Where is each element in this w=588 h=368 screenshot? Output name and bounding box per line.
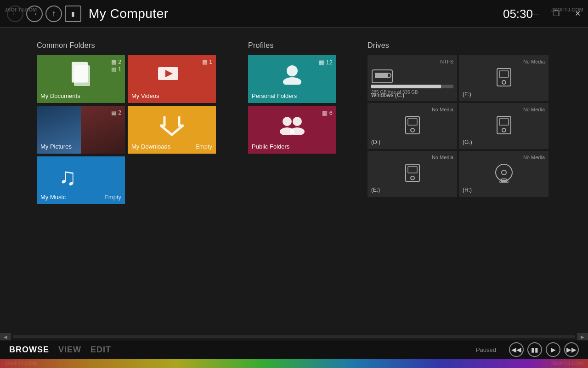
window-controls: — ❐ ✕ (525, 0, 588, 27)
drive-h-icon (493, 162, 514, 185)
drive-h[interactable]: No Media (H:) (459, 151, 548, 197)
tile-my-videos[interactable]: ▦1 My Videos (128, 55, 216, 103)
toolbar: BROWSE VIEW EDIT Paused ◀◀ ▮▮ ▶ ▶▶ (0, 340, 588, 359)
svg-rect-14 (499, 71, 509, 77)
svg-rect-17 (408, 119, 417, 125)
drives-section: Drives NTFS 285 GB free of 335 G (368, 41, 551, 204)
svg-point-24 (411, 176, 414, 180)
personal-label: Personal Folders (252, 92, 297, 99)
player-controls: ◀◀ ▮▮ ▶ ▶▶ (509, 342, 579, 357)
drive-g[interactable]: No Media (G:) (459, 103, 548, 149)
public-count: ▦6 (322, 109, 333, 116)
pictures-count: ▦2 (111, 109, 121, 116)
paused-label: Paused (476, 346, 496, 353)
drive-g-label: (G:) (463, 139, 472, 145)
documents-icon (69, 62, 92, 89)
svg-point-8 (293, 117, 302, 126)
player-pause[interactable]: ▮▮ (527, 342, 542, 357)
toolbar-view[interactable]: VIEW (58, 345, 81, 355)
folder-button[interactable]: ▮ (65, 6, 81, 22)
svg-point-21 (502, 128, 506, 132)
svg-rect-11 (375, 73, 388, 78)
drive-d-icon (403, 115, 422, 137)
pictures-label: My Pictures (40, 143, 72, 150)
drives-grid: NTFS 285 GB free of 335 GB Windows (C:) (368, 55, 551, 197)
drive-d-status: No Media (432, 107, 453, 112)
toolbar-browse[interactable]: BROWSE (9, 345, 49, 355)
svg-point-25 (496, 164, 512, 181)
bottom-gradient-bar (0, 359, 588, 368)
profiles-section: Profiles ▦12 Personal Folders (248, 41, 340, 204)
drive-g-status: No Media (523, 107, 545, 112)
hdd-icon-area (371, 68, 393, 85)
drive-d-label: (D:) (371, 139, 380, 145)
drive-h-status: No Media (523, 155, 545, 160)
toolbar-edit[interactable]: EDIT (90, 345, 111, 355)
documents-count: ▦2 ▦1 (111, 59, 121, 73)
svg-rect-20 (499, 119, 509, 125)
drive-f-status: No Media (523, 59, 545, 64)
toolbar-nav: BROWSE VIEW EDIT (9, 345, 111, 355)
personal-count: ▦12 (319, 59, 333, 66)
close-button[interactable]: ✕ (567, 0, 588, 27)
scrollbar: ◀ ▶ (0, 333, 588, 340)
svg-rect-1 (74, 65, 90, 86)
personal-icon (280, 64, 304, 86)
drive-c[interactable]: NTFS 285 GB free of 335 GB Windows (C:) (368, 55, 457, 101)
titlebar: JSOFTJ.COM ← → ↑ ▮ My Computer 05:30 — ❐… (0, 0, 588, 28)
videos-icon (157, 65, 179, 86)
folders-grid: ▦2 ▦1 My Documents (37, 55, 220, 204)
music-icon: ♫ (59, 163, 77, 190)
drive-c-progress (371, 85, 453, 88)
back-button[interactable]: ← (7, 6, 23, 22)
svg-point-18 (411, 128, 414, 132)
drive-c-status: NTFS (440, 59, 453, 64)
player-play[interactable]: ▶ (546, 342, 560, 357)
minimize-button[interactable]: — (525, 0, 546, 27)
tile-my-music[interactable]: ♫ Empty My Music (37, 156, 125, 204)
public-icon (278, 115, 306, 137)
videos-count: ▦1 (202, 59, 212, 65)
profiles-label: Profiles (248, 41, 340, 50)
player-skip-back[interactable]: ◀◀ (509, 342, 524, 357)
drive-c-label: Windows (C:) (371, 92, 404, 98)
common-folders-label: Common Folders (37, 41, 220, 50)
main-content: Common Folders ▦2 (0, 28, 588, 218)
svg-point-6 (283, 117, 292, 126)
scroll-track[interactable] (13, 335, 575, 338)
player-skip-forward[interactable]: ▶▶ (564, 342, 579, 357)
downloads-label: My Downloads (131, 143, 170, 150)
tile-my-downloads[interactable]: Empty My Downloads (128, 106, 216, 154)
tile-personal-folders[interactable]: ▦12 Personal Folders (248, 55, 336, 103)
drive-f[interactable]: No Media (F:) (459, 55, 548, 101)
svg-point-5 (283, 77, 301, 85)
svg-point-15 (502, 80, 506, 84)
drive-g-icon (494, 115, 514, 137)
up-button[interactable]: ↑ (45, 6, 62, 22)
public-label: Public Folders (252, 143, 289, 150)
svg-point-4 (287, 65, 298, 76)
scroll-left[interactable]: ◀ (0, 333, 11, 340)
drives-label: Drives (368, 41, 551, 50)
downloads-icon (160, 115, 184, 138)
music-label: My Music (40, 194, 66, 201)
page-title: My Computer (89, 6, 169, 21)
documents-label: My Documents (40, 92, 80, 99)
drive-e-status: No Media (432, 155, 453, 160)
scroll-right[interactable]: ▶ (577, 333, 588, 340)
drive-f-icon (494, 68, 514, 89)
drive-e-icon (403, 163, 422, 184)
drive-h-label: (H:) (463, 187, 472, 193)
drive-e-label: (E:) (371, 187, 380, 193)
videos-label: My Videos (131, 92, 159, 99)
drive-d[interactable]: No Media (D:) (368, 103, 457, 149)
tile-my-pictures[interactable]: ▦2 My Pictures (37, 106, 125, 154)
maximize-button[interactable]: ❐ (546, 0, 567, 27)
common-folders-section: Common Folders ▦2 (37, 41, 220, 204)
svg-rect-23 (408, 167, 417, 173)
tile-public-folders[interactable]: ▦6 Public Folders (248, 106, 336, 154)
drive-e[interactable]: No Media (E:) (368, 151, 457, 197)
music-empty: Empty (104, 194, 121, 201)
tile-my-documents[interactable]: ▦2 ▦1 My Documents (37, 55, 125, 103)
svg-point-26 (502, 170, 506, 175)
